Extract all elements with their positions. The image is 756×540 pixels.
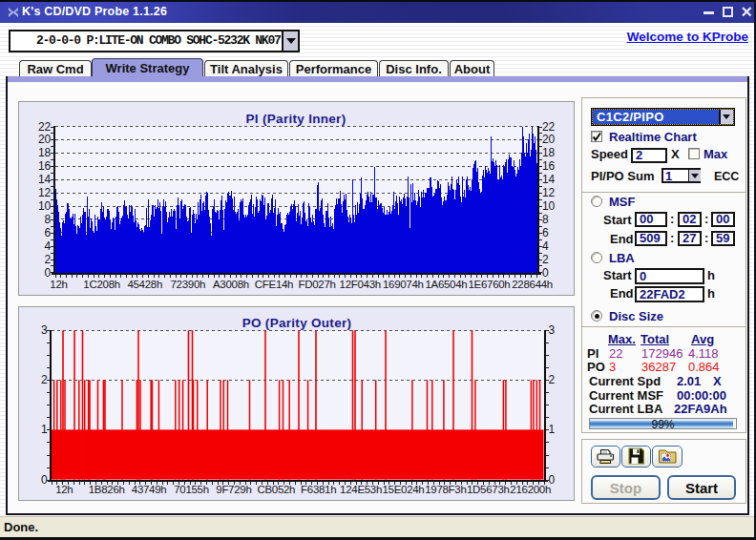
svg-text:12: 12 <box>38 186 51 199</box>
svg-text:1B826h: 1B826h <box>89 484 125 495</box>
svg-text:0: 0 <box>542 266 549 280</box>
svg-text:12h: 12h <box>55 484 73 495</box>
svg-text:CB052h: CB052h <box>257 484 295 495</box>
svg-text:PI (Parity Inner): PI (Parity Inner) <box>246 112 346 126</box>
svg-text:PO (Parity Outer): PO (Parity Outer) <box>242 316 352 330</box>
svg-text:4: 4 <box>542 239 549 253</box>
svg-text:22: 22 <box>542 120 555 134</box>
svg-text:1E6760h: 1E6760h <box>469 279 511 290</box>
svg-text:12h: 12h <box>50 279 67 290</box>
svg-text:1C208h: 1C208h <box>83 279 119 290</box>
svg-text:6: 6 <box>542 226 549 239</box>
svg-text:1: 1 <box>549 423 556 436</box>
svg-text:8: 8 <box>45 213 52 226</box>
svg-text:216200h: 216200h <box>510 484 551 495</box>
svg-text:1: 1 <box>41 423 48 436</box>
svg-text:18: 18 <box>38 146 51 159</box>
svg-text:2: 2 <box>549 373 556 386</box>
svg-text:3: 3 <box>549 323 556 337</box>
svg-text:124E53h: 124E53h <box>340 484 382 495</box>
svg-text:FD027h: FD027h <box>299 279 336 290</box>
svg-text:6: 6 <box>45 226 52 239</box>
svg-text:15E024h: 15E024h <box>383 484 425 495</box>
svg-text:18: 18 <box>542 146 555 159</box>
svg-text:70155h: 70155h <box>174 484 209 495</box>
svg-text:12: 12 <box>542 186 555 199</box>
svg-text:4: 4 <box>45 239 52 253</box>
svg-text:2: 2 <box>542 253 549 266</box>
svg-text:45428h: 45428h <box>127 279 162 290</box>
svg-text:14: 14 <box>542 173 555 186</box>
svg-text:2: 2 <box>41 373 48 386</box>
svg-text:169074h: 169074h <box>383 279 424 290</box>
svg-text:1A6504h: 1A6504h <box>425 279 467 290</box>
svg-text:16: 16 <box>38 159 51 173</box>
svg-text:20: 20 <box>38 133 51 146</box>
svg-text:CFE14h: CFE14h <box>255 279 293 290</box>
svg-text:0: 0 <box>41 473 48 487</box>
svg-text:3: 3 <box>41 323 48 337</box>
svg-text:10: 10 <box>542 199 555 213</box>
svg-text:20: 20 <box>542 133 555 146</box>
svg-text:1D5673h: 1D5673h <box>467 484 510 495</box>
svg-text:F6381h: F6381h <box>301 484 336 495</box>
svg-text:A3008h: A3008h <box>213 279 249 290</box>
svg-text:72390h: 72390h <box>171 279 206 290</box>
svg-text:9F729h: 9F729h <box>216 484 251 495</box>
svg-text:228644h: 228644h <box>512 279 553 290</box>
svg-text:22: 22 <box>38 120 51 134</box>
svg-text:16: 16 <box>542 159 555 173</box>
svg-text:10: 10 <box>38 199 51 213</box>
svg-text:0: 0 <box>45 266 52 280</box>
svg-text:1978F3h: 1978F3h <box>425 484 466 495</box>
svg-text:43749h: 43749h <box>132 484 167 495</box>
svg-text:8: 8 <box>542 213 549 226</box>
svg-text:12F043h: 12F043h <box>340 279 381 290</box>
svg-text:14: 14 <box>38 173 51 186</box>
svg-text:2: 2 <box>45 253 52 266</box>
